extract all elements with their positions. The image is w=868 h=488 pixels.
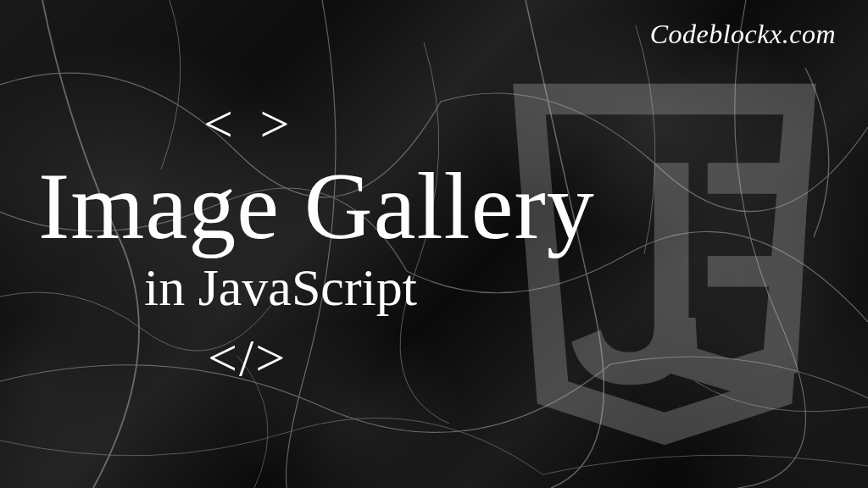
opening-angle-brackets: < > [203, 97, 595, 150]
subtitle: in JavaScript [144, 258, 595, 316]
closing-angle-brackets: </> [208, 331, 595, 384]
banner-text-block: < > Image Gallery in JavaScript </> [38, 97, 595, 384]
main-title: Image Gallery [38, 158, 595, 253]
brand-label: Codeblockx.com [650, 19, 836, 50]
